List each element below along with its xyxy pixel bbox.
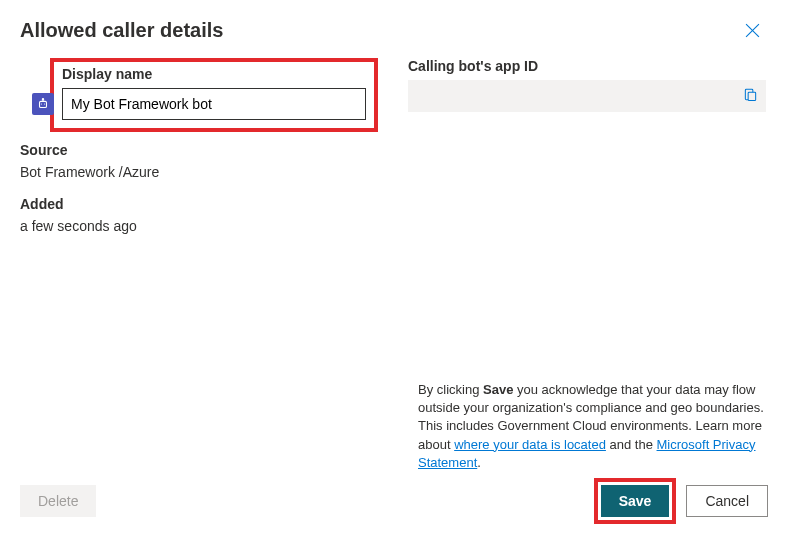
app-id-field[interactable] <box>408 80 766 112</box>
cancel-button[interactable]: Cancel <box>686 485 768 517</box>
disclaimer-text: . <box>477 455 481 470</box>
copy-icon <box>743 87 758 102</box>
disclaimer-text: and the <box>606 437 657 452</box>
save-button[interactable]: Save <box>601 485 670 517</box>
disclaimer-text: By clicking <box>418 382 483 397</box>
source-label: Source <box>20 142 378 158</box>
close-icon <box>745 23 760 38</box>
svg-rect-7 <box>748 92 756 100</box>
highlight-display-name: Display name <box>50 58 378 132</box>
added-value: a few seconds ago <box>20 218 378 234</box>
disclaimer-bold: Save <box>483 382 513 397</box>
panel-header: Allowed caller details <box>0 0 786 52</box>
added-label: Added <box>20 196 378 212</box>
highlight-save: Save <box>594 478 677 524</box>
right-column: Calling bot's app ID <box>408 58 766 250</box>
left-column: Display name Source Bot Framework /Azure <box>20 58 378 250</box>
display-name-label: Display name <box>62 66 366 82</box>
footer-actions: Save Cancel <box>594 478 768 524</box>
source-group: Source Bot Framework /Azure <box>20 142 378 180</box>
svg-point-6 <box>42 98 43 99</box>
svg-point-4 <box>44 103 45 104</box>
svg-point-3 <box>41 103 42 104</box>
display-name-input[interactable] <box>62 88 366 120</box>
app-id-label: Calling bot's app ID <box>408 58 766 74</box>
close-button[interactable] <box>738 16 766 44</box>
delete-button[interactable]: Delete <box>20 485 96 517</box>
svg-rect-2 <box>40 101 47 107</box>
added-group: Added a few seconds ago <box>20 196 378 234</box>
data-location-link[interactable]: where your data is located <box>454 437 606 452</box>
panel-content: Display name Source Bot Framework /Azure <box>0 52 786 250</box>
source-value: Bot Framework /Azure <box>20 164 378 180</box>
panel-title: Allowed caller details <box>20 19 223 42</box>
copy-button[interactable] <box>743 87 758 105</box>
save-disclaimer: By clicking Save you acknowledge that yo… <box>418 381 768 472</box>
display-name-row <box>32 88 366 120</box>
bot-icon <box>32 93 54 115</box>
panel-footer: Delete Save Cancel <box>20 478 768 524</box>
